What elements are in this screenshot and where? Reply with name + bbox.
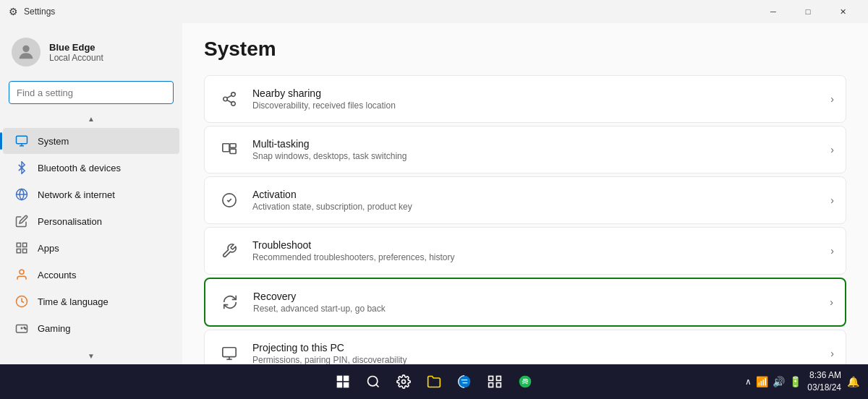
taskbar-store[interactable] bbox=[482, 369, 508, 395]
activation-desc: Activation state, subscription, product … bbox=[252, 202, 825, 212]
nearby-sharing-icon bbox=[216, 86, 242, 112]
svg-point-15 bbox=[25, 328, 27, 330]
svg-rect-31 bbox=[337, 376, 343, 382]
multitasking-title: Multi-tasking bbox=[252, 138, 825, 150]
settings-item-troubleshoot[interactable]: Troubleshoot Recommended troubleshooters… bbox=[204, 227, 846, 275]
recovery-title: Recovery bbox=[253, 291, 824, 302]
sidebar-item-network[interactable]: Network & internet bbox=[3, 181, 179, 207]
sidebar-item-apps[interactable]: Apps bbox=[3, 235, 179, 261]
page-title: System bbox=[204, 38, 846, 61]
sidebar-item-system[interactable]: System bbox=[3, 128, 179, 154]
activation-title: Activation bbox=[252, 189, 825, 200]
sidebar-item-accounts[interactable]: Accounts bbox=[3, 262, 179, 288]
taskbar-browser[interactable] bbox=[451, 369, 477, 395]
scroll-down-arrow: ▼ bbox=[85, 350, 97, 361]
app-title: Settings bbox=[24, 7, 55, 17]
system-tray-up-icon[interactable]: ∧ bbox=[745, 377, 752, 387]
taskbar-time[interactable]: 8:36 AM 03/18/24 bbox=[807, 369, 841, 394]
minimize-button[interactable]: ─ bbox=[757, 0, 790, 23]
taskbar-music[interactable] bbox=[512, 369, 538, 395]
scroll-up-arrow: ▲ bbox=[85, 113, 97, 124]
troubleshoot-icon bbox=[216, 238, 242, 264]
settings-item-multitasking[interactable]: Multi-tasking Snap windows, desktops, ta… bbox=[204, 126, 846, 173]
bluetooth-icon bbox=[14, 160, 29, 175]
app-body: Blue Edge Local Account ▲ System bbox=[0, 23, 868, 364]
sidebar-item-label-accounts: Accounts bbox=[38, 270, 76, 280]
system-icon bbox=[14, 134, 29, 148]
multitasking-icon bbox=[216, 137, 242, 163]
sidebar: Blue Edge Local Account ▲ System bbox=[0, 23, 182, 364]
activation-chevron: › bbox=[830, 194, 834, 206]
projecting-text: Projecting to this PC Permissions, pairi… bbox=[252, 342, 825, 364]
settings-item-recovery[interactable]: Recovery Reset, advanced start-up, go ba… bbox=[204, 278, 846, 327]
settings-item-nearby-sharing[interactable]: Nearby sharing Discoverability, received… bbox=[204, 75, 846, 123]
recovery-icon bbox=[217, 289, 243, 315]
projecting-title: Projecting to this PC bbox=[252, 342, 825, 353]
avatar bbox=[12, 38, 41, 66]
wifi-icon[interactable]: 📶 bbox=[756, 376, 768, 387]
multitasking-text: Multi-tasking Snap windows, desktops, ta… bbox=[252, 138, 825, 161]
title-bar-left: ⚙ Settings bbox=[9, 6, 55, 17]
svg-rect-39 bbox=[489, 377, 493, 381]
volume-icon[interactable]: 🔊 bbox=[773, 376, 785, 387]
taskbar-search[interactable] bbox=[360, 369, 386, 395]
svg-rect-42 bbox=[497, 383, 501, 387]
recovery-desc: Reset, advanced start-up, go back bbox=[253, 304, 824, 314]
sidebar-nav: System Bluetooth & devices Network & int… bbox=[0, 127, 182, 347]
sidebar-item-accessibility[interactable]: Accessibility bbox=[3, 342, 179, 347]
svg-rect-33 bbox=[337, 382, 343, 388]
multitasking-chevron: › bbox=[830, 144, 834, 155]
troubleshoot-chevron: › bbox=[830, 245, 834, 257]
projecting-chevron: › bbox=[830, 348, 834, 359]
battery-icon[interactable]: 🔋 bbox=[789, 376, 801, 387]
nearby-sharing-desc: Discoverability, received files location bbox=[252, 100, 825, 111]
personalisation-icon bbox=[14, 214, 29, 228]
sidebar-item-label-bluetooth: Bluetooth & devices bbox=[38, 163, 121, 173]
svg-rect-22 bbox=[223, 144, 229, 152]
svg-rect-32 bbox=[344, 376, 349, 382]
svg-rect-1 bbox=[17, 136, 27, 144]
taskbar-center bbox=[330, 369, 538, 395]
taskbar-files[interactable] bbox=[421, 369, 447, 395]
svg-point-19 bbox=[231, 102, 236, 106]
multitasking-desc: Snap windows, desktops, task switching bbox=[252, 151, 825, 161]
sidebar-item-personalisation[interactable]: Personalisation bbox=[3, 208, 179, 234]
svg-point-35 bbox=[368, 377, 378, 386]
user-avatar-icon bbox=[16, 42, 36, 62]
title-bar: ⚙ Settings ─ □ ✕ bbox=[0, 0, 868, 23]
user-section[interactable]: Blue Edge Local Account bbox=[0, 29, 182, 75]
sidebar-item-label-gaming: Gaming bbox=[38, 323, 71, 334]
svg-point-18 bbox=[224, 97, 228, 101]
taskbar-sys-icons: ∧ 📶 🔊 🔋 bbox=[745, 376, 801, 387]
svg-rect-40 bbox=[497, 377, 501, 381]
svg-point-0 bbox=[22, 46, 29, 52]
user-type: Local Account bbox=[49, 53, 103, 63]
apps-icon bbox=[14, 241, 29, 255]
svg-rect-6 bbox=[23, 243, 27, 246]
sidebar-item-time-language[interactable]: Time & language bbox=[3, 288, 179, 314]
taskbar-right: ∧ 📶 🔊 🔋 8:36 AM 03/18/24 🔔 bbox=[745, 369, 859, 394]
maximize-button[interactable]: □ bbox=[791, 0, 825, 23]
svg-point-37 bbox=[402, 380, 406, 384]
nearby-sharing-chevron: › bbox=[830, 93, 834, 105]
activation-icon bbox=[216, 187, 242, 213]
svg-line-21 bbox=[227, 95, 231, 98]
recovery-text: Recovery Reset, advanced start-up, go ba… bbox=[253, 291, 824, 314]
scroll-down-indicator: ▼ bbox=[0, 347, 182, 364]
recovery-chevron: › bbox=[830, 296, 833, 308]
start-button[interactable] bbox=[330, 369, 356, 395]
settings-item-activation[interactable]: Activation Activation state, subscriptio… bbox=[204, 176, 846, 224]
sidebar-item-gaming[interactable]: Gaming bbox=[3, 315, 179, 341]
svg-rect-41 bbox=[489, 383, 493, 387]
svg-line-20 bbox=[227, 100, 231, 103]
search-input[interactable] bbox=[9, 81, 174, 104]
svg-rect-23 bbox=[230, 144, 236, 148]
sidebar-item-bluetooth[interactable]: Bluetooth & devices bbox=[3, 155, 179, 181]
notification-icon[interactable]: 🔔 bbox=[847, 376, 859, 387]
taskbar-settings[interactable] bbox=[391, 369, 417, 395]
sidebar-item-label-time: Time & language bbox=[38, 296, 109, 307]
settings-item-projecting[interactable]: Projecting to this PC Permissions, pairi… bbox=[204, 330, 846, 364]
scroll-up-indicator: ▲ bbox=[0, 110, 182, 127]
clock-date: 03/18/24 bbox=[807, 382, 841, 394]
close-button[interactable]: ✕ bbox=[826, 0, 859, 23]
